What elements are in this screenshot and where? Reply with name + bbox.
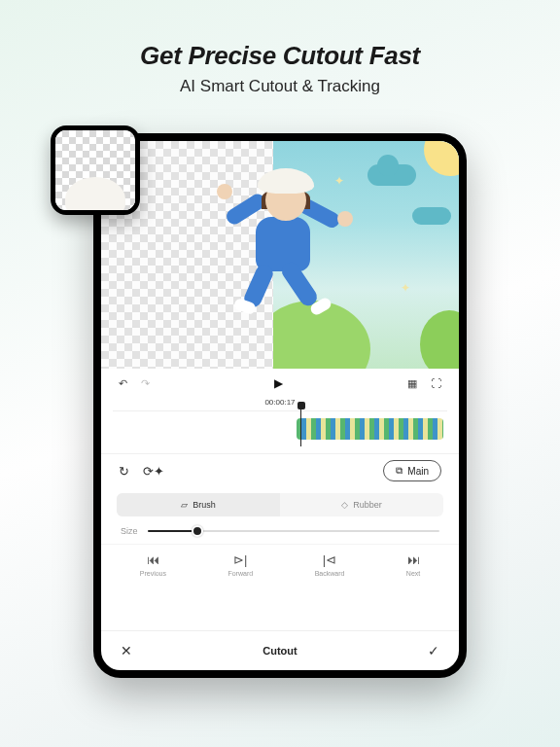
layers-icon: ⧉ [396,465,402,477]
brush-icon: ▱ [181,500,188,510]
main-layer-pill[interactable]: ⧉ Main [383,460,441,481]
nav-forward[interactable]: ⊳| Forward [228,552,253,577]
tablet-frame: ✦✦ ↶ ↷ ▶ ▦ ⛶ 00:00:17 [93,133,467,678]
panel-title: Cutout [262,645,297,657]
nav-previous-label: Previous [140,570,166,577]
tab-brush[interactable]: ▱ Brush [117,493,280,516]
size-slider[interactable] [148,530,439,532]
undo-icon[interactable]: ↶ [119,377,127,390]
step-forward-icon: ⊳| [233,552,247,567]
confirm-button[interactable]: ✓ [428,643,439,658]
grid-icon[interactable]: ▦ [407,377,417,390]
hero-title: Get Precise Cutout Fast [140,41,420,71]
sparkle-adjust-icon[interactable]: ⟳✦ [143,464,164,479]
fullscreen-icon[interactable]: ⛶ [431,377,441,389]
timeline-clip[interactable] [297,418,443,440]
timeline-track[interactable] [113,410,447,445]
nav-previous[interactable]: ⏮ Previous [140,552,166,577]
character-subject [197,162,363,347]
skip-back-icon: ⏮ [147,552,159,567]
close-button[interactable]: ✕ [121,643,132,658]
tool-tabs: ▱ Brush ◇ Rubber [117,493,443,516]
timestamp-label: 00:00:17 [113,398,447,407]
hero-subtitle: AI Smart Cutout & Tracking [180,77,380,96]
tab-rubber-label: Rubber [353,500,382,510]
nav-next-label: Next [406,570,420,577]
size-label: Size [121,526,138,536]
canvas-preview[interactable]: ✦✦ [101,141,459,369]
eraser-icon: ◇ [341,500,348,510]
nav-forward-label: Forward [228,570,253,577]
main-pill-label: Main [407,466,429,477]
nav-next[interactable]: ⏭ Next [406,552,420,577]
playhead[interactable] [300,406,302,446]
tab-rubber[interactable]: ◇ Rubber [280,493,443,516]
nav-backward-label: Backward [315,570,345,577]
redo-icon[interactable]: ↷ [141,377,150,390]
nav-backward[interactable]: |⊲ Backward [315,552,345,577]
step-backward-icon: |⊲ [323,552,336,567]
play-button[interactable]: ▶ [274,376,283,390]
cutout-preview-thumb [51,125,140,215]
tab-brush-label: Brush [192,500,216,510]
skip-forward-icon: ⏭ [407,552,420,567]
refresh-icon[interactable]: ↻ [119,464,129,479]
